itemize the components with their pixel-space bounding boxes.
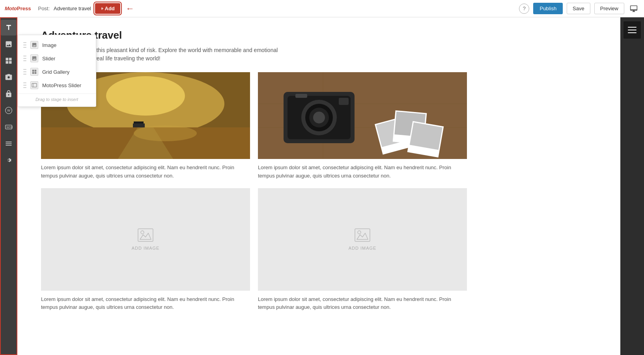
main-content-area: Adventure travel Don't be afraid to take… <box>17 17 620 355</box>
placeholder-icon-3 <box>138 228 153 243</box>
main-layout: W WOO Image Slid <box>0 17 644 355</box>
arrow-indicator: ← <box>126 4 134 14</box>
left-sidebar: W WOO <box>0 17 17 355</box>
motopress-slider-item-icon <box>30 81 38 89</box>
grid-text-1: Lorem ipsum dolor sit amet, consectetur … <box>41 164 250 180</box>
slider-item-icon <box>30 54 38 62</box>
hamburger-line-2 <box>628 30 637 30</box>
dropdown-item-grid-gallery[interactable]: Grid Gallery <box>18 65 96 78</box>
dropdown-item-slider[interactable]: Slider <box>18 52 96 65</box>
placeholder-label-3: ADD IMAGE <box>132 246 160 250</box>
svg-marker-36 <box>357 233 368 239</box>
page-title: Adventure travel <box>41 29 467 41</box>
grid-placeholder-3[interactable]: ADD IMAGE <box>41 188 250 291</box>
image-item-icon <box>30 41 38 49</box>
drag-handle <box>23 82 26 88</box>
dropdown-item-slider-label: Slider <box>42 56 55 62</box>
sidebar-icon-woo[interactable]: WOO <box>1 119 17 135</box>
drag-handle <box>23 69 26 75</box>
help-button[interactable]: ? <box>519 4 529 14</box>
sidebar-icon-settings[interactable] <box>1 152 17 168</box>
grid-text-2: Lorem ipsum dolor sit amet, consectetur … <box>258 164 467 180</box>
hamburger-line-1 <box>628 27 637 28</box>
svg-rect-24 <box>339 98 349 105</box>
svg-rect-4 <box>32 83 37 87</box>
post-label: Post: <box>38 6 50 11</box>
dropdown-item-motopress-slider[interactable]: MotoPress Slider <box>18 78 96 92</box>
sidebar-icon-image[interactable] <box>1 36 17 52</box>
placeholder-label-4: ADD IMAGE <box>349 246 377 250</box>
dropdown-item-image-label: Image <box>42 42 56 48</box>
drag-hint: Drag to stage to insert <box>18 93 96 102</box>
motopress-logo: MotoPress <box>5 6 31 11</box>
grid-gallery-item-icon <box>30 68 38 76</box>
grid-image-2 <box>258 72 467 159</box>
topbar: MotoPress Post: Adventure travel + Add ←… <box>0 0 644 17</box>
svg-point-23 <box>313 112 325 123</box>
post-name: Adventure travel <box>54 6 91 11</box>
hamburger-line-3 <box>628 32 637 33</box>
sidebar-icon-widgets[interactable] <box>1 53 17 69</box>
sidebar-icon-wordpress[interactable]: W <box>1 103 17 118</box>
publish-button[interactable]: Publish <box>533 3 563 14</box>
svg-marker-33 <box>140 233 151 239</box>
sidebar-icon-camera[interactable] <box>1 69 17 85</box>
svg-text:WOO: WOO <box>6 126 13 129</box>
dropdown-item-motopress-slider-label: MotoPress Slider <box>42 82 81 88</box>
svg-point-12 <box>134 125 197 141</box>
dropdown-item-grid-gallery-label: Grid Gallery <box>42 69 69 75</box>
add-button[interactable]: + Add <box>95 3 120 14</box>
grid-text-4: Lorem ipsum dolor sit amet, consectetur … <box>258 295 467 312</box>
svg-rect-25 <box>295 94 307 98</box>
svg-point-37 <box>358 231 361 234</box>
svg-point-7 <box>106 76 185 116</box>
placeholder-icon-4 <box>355 228 370 243</box>
drag-handle <box>23 42 26 48</box>
svg-rect-11 <box>133 123 145 127</box>
preview-button[interactable]: Preview <box>594 3 624 14</box>
svg-point-34 <box>141 231 144 234</box>
desktop-view-icon[interactable] <box>628 3 639 14</box>
sidebar-icon-text[interactable] <box>1 20 17 36</box>
grid-item-4: ADD IMAGE Lorem ipsum dolor sit amet, co… <box>258 188 467 312</box>
grid-text-3: Lorem ipsum dolor sit amet, consectetur … <box>41 295 250 312</box>
dropdown-item-image[interactable]: Image <box>18 38 96 52</box>
hamburger-button[interactable] <box>623 21 641 39</box>
add-element-dropdown: Image Slider Grid Gallery <box>17 35 96 107</box>
grid-item-2: Lorem ipsum dolor sit amet, consectetur … <box>258 72 467 180</box>
sidebar-icon-menu[interactable] <box>1 136 17 151</box>
image-grid: Lorem ipsum dolor sit amet, consectetur … <box>41 72 467 312</box>
save-button[interactable]: Save <box>567 3 590 14</box>
right-panel <box>620 17 644 355</box>
sidebar-icon-lock[interactable] <box>1 86 17 102</box>
grid-placeholder-4[interactable]: ADD IMAGE <box>258 188 467 291</box>
grid-item-3: ADD IMAGE Lorem ipsum dolor sit amet, co… <box>41 188 250 312</box>
svg-text:W: W <box>7 108 10 112</box>
drag-handle <box>23 56 26 61</box>
